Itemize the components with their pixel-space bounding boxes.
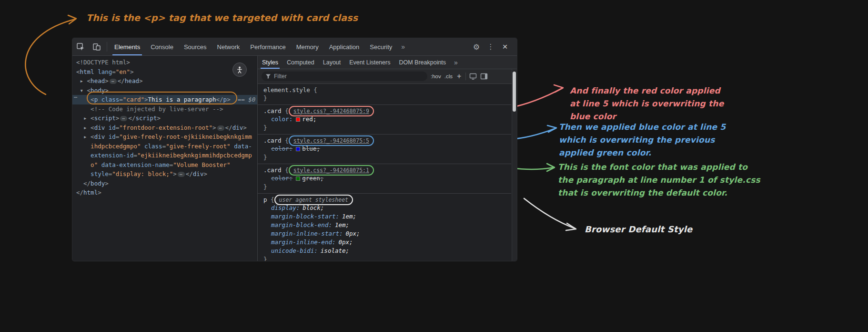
tab-security[interactable]: Security [364,38,397,55]
open-brace: { [282,107,289,115]
rule-card-red: .card { style.css?_-942468075:9 color:re… [258,105,511,135]
css-declaration[interactable]: margin-inline-start:0px; [263,229,511,238]
tab-application[interactable]: Application [324,38,365,55]
css-declaration[interactable]: margin-block-end:1em; [263,221,511,229]
white-arrow [524,198,575,228]
red-arrow [510,88,562,108]
filter-pill [262,72,427,81]
rule-selector[interactable]: element.style [263,86,310,93]
css-declaration[interactable]: unicode-bidi:isolate; [263,247,511,255]
scrollbar-thumb[interactable] [513,72,516,112]
new-style-rule-button[interactable]: + [456,72,462,81]
rule-element-style: element.style { } [258,84,511,105]
close-brace: } [263,183,267,190]
rule-selector[interactable]: .card [263,107,282,115]
rule-selector[interactable]: p [263,196,267,204]
color-swatch[interactable] [296,117,300,122]
monitor-icon[interactable] [469,73,477,80]
tab-event-listeners[interactable]: Event Listeners [345,56,394,69]
tab-computed[interactable]: Computed [283,56,319,69]
styles-panel: Styles Computed Layout Event Listeners D… [257,56,517,261]
css-declaration[interactable]: color:red; [263,115,511,124]
orange-annotation-text: This is the <p> tag that we targeted wit… [86,12,358,23]
tab-performance[interactable]: Performance [245,38,291,55]
user-agent-stylesheet-label: user agent stylesheet [279,197,348,203]
dom-node-givefreely-div[interactable]: ▸ <div id="give-freely-root-ejkiikneibeg… [72,132,257,142]
node-options-ellipsis[interactable]: ⋯ [74,94,77,101]
devtools-menu-icon[interactable]: ⋮ [484,42,498,51]
css-declaration-overridden[interactable]: color:green; [263,174,511,183]
rule-selector[interactable]: .card [263,166,282,174]
orange-note-line: This is the <p> tag that we targeted wit… [86,12,358,23]
styles-filter-row: :hov .cls + [258,69,517,84]
tab-sources[interactable]: Sources [179,38,212,55]
more-styles-tabs-chevron[interactable]: » [450,56,462,69]
close-brace: } [263,94,267,102]
open-brace: { [310,86,317,93]
device-toolbar-icon [92,42,101,51]
toolbar-divider [107,42,107,52]
accessibility-button[interactable] [232,62,247,77]
dom-node-html[interactable]: <html lang="en"> [72,67,257,77]
toggle-element-state-button[interactable]: :hov [431,73,441,79]
styles-scrollbar[interactable] [512,69,517,261]
sidebar-toggle-icon[interactable] [480,73,488,80]
device-toolbar-button[interactable] [89,38,105,55]
dom-node-comment[interactable]: <!-- Code injected by live-server --> [72,104,257,114]
annotated-devtools-screenshot: This is the <p> tag that we targeted wit… [0,0,868,332]
tab-memory[interactable]: Memory [291,38,324,55]
css-declaration[interactable]: margin-block-start:1em; [263,212,511,221]
tab-styles[interactable]: Styles [258,56,283,69]
dom-node-html-close[interactable]: </html> [72,188,257,197]
tab-console[interactable]: Console [145,38,179,55]
tab-elements[interactable]: Elements [109,38,145,55]
dom-node-body-close[interactable]: </body> [72,179,257,188]
green-annotation-text: This is the font color that was applied … [558,161,760,199]
styles-filter-input[interactable] [274,73,424,80]
stylesheet-link[interactable]: style.css?_-942468075:5 [293,137,369,144]
css-declaration-overridden[interactable]: color:blue; [263,145,511,153]
close-icon[interactable]: × [498,42,512,52]
white-annotation-text: Browser Default Style [585,224,693,234]
settings-gear-icon[interactable]: ⚙ [469,42,484,52]
element-classes-button[interactable]: .cls [444,73,453,79]
dom-node-givefreely-div-wrap[interactable]: style="display: block;">⋯</div> [72,169,257,179]
dom-node-givefreely-div-wrap[interactable]: ihdpcbcedgmpo" class="give-freely-root" … [72,142,257,151]
rule-card-blue: .card { style.css?_-942468075:5 color:bl… [258,135,511,164]
close-brace: } [263,154,267,161]
stylesheet-link[interactable]: style.css?_-942468075:9 [293,108,369,114]
open-brace: { [282,166,289,174]
close-brace: } [263,256,267,261]
dom-node-givefreely-div-wrap[interactable]: extension-id="ejkiikneibegknkgimmihdpcbc… [72,151,257,160]
blue-arrow-head [547,125,556,132]
rule-p-user-agent: p { user agent stylesheet display:block;… [258,194,511,261]
dom-node-head[interactable]: ▸ <head>⋯</head> [72,76,257,86]
color-swatch[interactable] [296,176,300,181]
dom-node-doctype[interactable]: <!DOCTYPE html> [72,58,257,67]
blue-note-line: applied green color. [559,146,726,159]
inspect-element-button[interactable] [72,38,89,55]
tab-network[interactable]: Network [212,38,245,55]
dom-node-frontdoor-div[interactable]: ▸ <div id="frontdoor-extension-root">⋯</… [72,123,257,133]
green-note-line: This is the font color that was applied … [558,161,760,174]
tab-layout[interactable]: Layout [319,56,345,69]
green-arrow-head [547,164,555,171]
stylesheet-link[interactable]: style.css?_-942468075:1 [293,167,369,174]
filter-funnel-icon [265,73,271,79]
red-annotation-text: And finally the red color applied at lin… [570,84,724,123]
red-arrow-head [554,85,563,92]
green-note-line: the paragraph at line number 1 of style.… [558,174,760,187]
color-swatch[interactable] [296,147,300,151]
css-declaration[interactable]: display:block; [263,204,511,212]
dom-node-givefreely-div-wrap[interactable]: o" data-extension-name="Volume Booster" [72,160,257,170]
dom-tree-panel: <!DOCTYPE html> <html lang="en"> ▸ <head… [72,56,257,261]
rule-selector[interactable]: .card [263,136,282,145]
css-declaration[interactable]: margin-inline-end:0px; [263,238,511,247]
dom-node-script[interactable]: ▸ <script>⋯</script> [72,114,257,123]
tab-dom-breakpoints[interactable]: DOM Breakpoints [394,56,450,69]
p-tag-highlight-ring [87,92,237,104]
orange-arrow-head [68,15,76,24]
open-brace: { [282,136,289,145]
devtools-toolbar: Elements Console Sources Network Perform… [72,38,517,56]
more-tabs-chevron[interactable]: » [397,38,409,55]
